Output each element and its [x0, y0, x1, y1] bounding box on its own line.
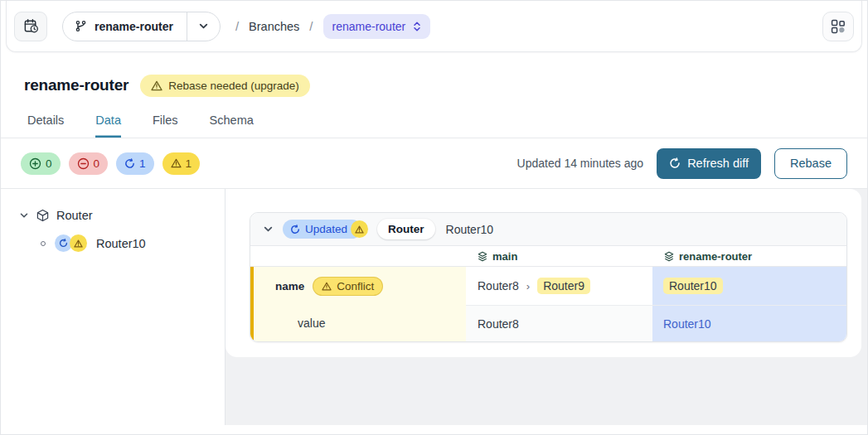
branch-selector-label: rename-router: [95, 20, 173, 33]
conflict-badge: Conflict: [313, 277, 383, 296]
removed-count-badge: 0: [69, 152, 109, 175]
row-value-compare-cell: Router10: [652, 305, 846, 341]
rebase-needed-label: Rebase needed (upgrade): [168, 80, 299, 92]
base-new-value: Router9: [537, 278, 590, 294]
refresh-icon: [669, 157, 681, 169]
plus-circle-icon: [29, 157, 41, 170]
rebase-needed-badge: Rebase needed (upgrade): [140, 75, 310, 97]
diff-card: Updated Router Router10: [250, 212, 847, 342]
updated-count: 1: [139, 157, 146, 170]
warning-triangle-icon: [151, 80, 162, 91]
object-type-chip: Router: [377, 219, 435, 239]
navbar-left: rename-router / Branches / rename-router: [14, 12, 430, 41]
tab-files[interactable]: Files: [153, 114, 178, 138]
change-arrow: ›: [526, 280, 530, 292]
diff-panel: Updated Router Router10: [225, 189, 861, 357]
base-branch-label: main: [492, 250, 517, 263]
conflict-badge-label: Conflict: [337, 280, 374, 292]
rebase-label: Rebase: [790, 157, 832, 170]
compare-value-link[interactable]: Router10: [663, 317, 711, 331]
chevron-down-icon[interactable]: [263, 224, 274, 234]
breadcrumb-branch-dropdown[interactable]: rename-router: [323, 14, 431, 39]
row-name-field-cell: name Conflict: [250, 267, 466, 305]
apps-menu-button[interactable]: [822, 12, 854, 41]
cube-icon: [36, 209, 49, 222]
chevron-down-icon[interactable]: [19, 210, 29, 220]
change-status-badges: [55, 234, 87, 252]
breadcrumb: / Branches / rename-router: [235, 14, 430, 39]
refresh-icon: [124, 158, 135, 169]
conflict-count: 1: [186, 157, 192, 170]
warning-triangle-icon: [322, 282, 332, 291]
added-count: 0: [46, 157, 52, 170]
row-value-base-cell: Router8: [466, 305, 652, 341]
bullet-icon: [41, 241, 46, 246]
tab-details[interactable]: Details: [27, 114, 64, 138]
minus-circle-icon: [77, 157, 90, 170]
conflict-count-badge: 1: [162, 152, 201, 175]
base-branch-column-header: main: [466, 246, 652, 267]
base-old-value: Router8: [478, 279, 519, 292]
warning-triangle-icon: [171, 158, 182, 168]
title-row: rename-router Rebase needed (upgrade): [1, 70, 867, 99]
git-branch-icon: [75, 20, 87, 32]
base-value: Router8: [478, 317, 519, 331]
breadcrumb-branch-label: rename-router: [332, 20, 406, 33]
tab-data[interactable]: Data: [95, 114, 121, 138]
branch-selector-current: rename-router: [63, 12, 187, 41]
diff-main-area: Updated Router Router10: [225, 189, 867, 425]
added-count-badge: 0: [21, 152, 61, 175]
top-navbar: rename-router / Branches / rename-router: [6, 1, 862, 52]
conflict-status-icon: [70, 234, 87, 252]
compare-branch-label: rename-router: [679, 250, 752, 263]
breadcrumb-branches-link[interactable]: Branches: [249, 20, 299, 33]
updated-status-pill: Updated: [283, 220, 368, 239]
rebase-button[interactable]: Rebase: [774, 148, 847, 179]
diff-stats: 0 0 1 1: [21, 152, 200, 175]
row-name-base-cell: Router8 › Router9: [466, 267, 652, 305]
field-label: name: [275, 280, 304, 292]
field-column-header: [250, 246, 466, 267]
object-name: Router10: [446, 223, 494, 236]
breadcrumb-separator: /: [309, 19, 313, 33]
refresh-diff-button[interactable]: Refresh diff: [657, 148, 761, 179]
tree-item-router10[interactable]: Router10: [41, 234, 225, 252]
tree-item-router[interactable]: Router: [19, 205, 225, 226]
row-value-field-cell: value: [250, 305, 466, 341]
content-area: Router Router10: [1, 189, 867, 425]
refresh-diff-label: Refresh diff: [687, 157, 749, 170]
removed-count: 0: [94, 157, 100, 170]
history-calendar-button[interactable]: [14, 12, 47, 41]
up-down-chevrons-icon: [413, 21, 421, 32]
chevron-down-icon: [198, 21, 209, 31]
diff-table: main rename-router name: [250, 246, 846, 341]
compare-value: Router10: [663, 278, 723, 294]
tab-schema[interactable]: Schema: [210, 114, 254, 138]
commits-layers-icon: [664, 251, 674, 262]
tree-item-label: Router10: [96, 237, 146, 250]
branch-selector[interactable]: rename-router: [62, 12, 221, 41]
diff-card-header: Updated Router Router10: [250, 213, 846, 246]
conflict-warning-icon: [351, 220, 368, 238]
diff-toolbar: 0 0 1 1 Updated 14 minut: [1, 138, 867, 189]
tab-bar: Details Data Files Schema: [1, 99, 867, 138]
page-header: rename-router Rebase needed (upgrade) De…: [1, 52, 867, 138]
apps-grid-icon: [831, 19, 846, 34]
refresh-icon: [290, 225, 300, 234]
toolbar-actions: Updated 14 minutes ago Refresh diff Reba…: [517, 148, 847, 179]
app-window: rename-router / Branches / rename-router: [0, 0, 868, 435]
updated-status-label: Updated: [305, 223, 347, 235]
breadcrumb-separator: /: [235, 19, 239, 33]
branch-selector-caret[interactable]: [187, 12, 220, 41]
calendar-clock-icon: [23, 18, 39, 34]
row-name-compare-cell: Router10: [652, 267, 846, 305]
last-updated-text: Updated 14 minutes ago: [517, 157, 644, 170]
tree-item-label: Router: [56, 209, 93, 222]
compare-branch-column-header: rename-router: [652, 246, 846, 267]
field-label: value: [298, 317, 325, 330]
commits-layers-icon: [478, 251, 487, 262]
page-title: rename-router: [24, 76, 129, 94]
object-tree-sidebar: Router Router10: [1, 189, 225, 425]
updated-count-badge: 1: [116, 152, 154, 175]
